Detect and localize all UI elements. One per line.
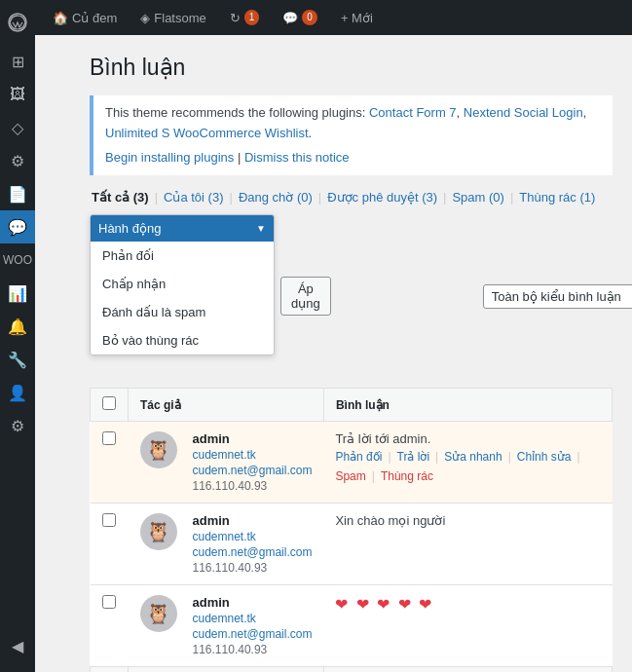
author-ip: 116.110.40.93	[193, 479, 313, 493]
action-quick-edit[interactable]: Sửa nhanh	[444, 450, 502, 464]
th-author: Tác giả	[129, 389, 324, 422]
comment-actions: Phản đối | Trả lời | Sửa nhanh | Chỉnh s…	[335, 450, 600, 483]
tfoot-checkbox	[91, 667, 129, 672]
action-trash[interactable]: Thùng rác	[381, 469, 433, 483]
author-ip: 116.110.40.93	[193, 561, 313, 575]
row-checkbox-cell	[91, 504, 129, 585]
tools-icon[interactable]: 🔧	[0, 343, 35, 376]
analytics-icon[interactable]: 📊	[0, 277, 35, 310]
appearance-icon[interactable]: ◇	[0, 111, 35, 144]
row-checkbox[interactable]	[102, 513, 116, 527]
comments-table: Tác giả Bình luận 🦉 admin cudemnet.tk cu…	[90, 388, 613, 672]
admin-bar: 🏠 Củ đem ◈ Flatsome ↻ 1 💬 0 + Mới	[35, 0, 632, 35]
filter-type-select[interactable]: Toàn bộ kiểu bình luận	[483, 284, 632, 309]
author-site[interactable]: cudemnet.tk	[193, 612, 313, 625]
site-link[interactable]: 🏠 Củ đem	[45, 0, 125, 35]
table-row: 🦉 admin cudemnet.tk cudem.net@gmail.com …	[91, 422, 613, 504]
tfoot-comment: Bình luận	[323, 667, 612, 672]
table-row: 🦉 admin cudemnet.tk cudem.net@gmail.com …	[91, 585, 613, 667]
author-cell: 🦉 admin cudemnet.tk cudem.net@gmail.com …	[129, 585, 324, 667]
author-email: cudem.net@gmail.com	[193, 545, 313, 559]
author-email: cudem.net@gmail.com	[193, 627, 313, 641]
comment-icon: 💬	[282, 11, 298, 25]
dropdown-item-2[interactable]: Đánh dấu là spam	[91, 298, 274, 326]
notifications-icon[interactable]: 🔔	[0, 310, 35, 343]
new-link[interactable]: + Mới	[333, 0, 381, 35]
theme-icon: ◈	[140, 11, 150, 25]
action-reply[interactable]: Trả lời	[397, 450, 430, 464]
woo-icon[interactable]: WOO	[0, 243, 35, 277]
comment-content-cell: Trả lời tới admin. Phản đối | Trả lời | …	[323, 422, 612, 504]
author-ip: 116.110.40.93	[193, 643, 313, 656]
author-info: admin cudemnet.tk cudem.net@gmail.com 11…	[193, 431, 313, 493]
tab-trash[interactable]: Thùng rác (1)	[517, 190, 597, 205]
action-dropdown-menu: Hành động ▼ Phản đối Chấp nhận Đánh dấu …	[90, 214, 275, 355]
filter-tabs: Tất cả (3) | Của tôi (3) | Đang chờ (0) …	[90, 190, 613, 205]
author-site[interactable]: cudemnet.tk	[193, 448, 313, 462]
tab-spam[interactable]: Spam (0)	[450, 190, 505, 205]
notice-link-3[interactable]: Unlimited S WooCommerce Wishlist	[105, 126, 309, 140]
settings-icon[interactable]: ⚙	[0, 409, 35, 442]
tab-pending[interactable]: Đang chờ (0)	[237, 190, 315, 205]
comment-content-cell: ❤ ❤ ❤ ❤ ❤	[323, 585, 612, 667]
comment-text: Xin chào mọi người	[335, 513, 600, 528]
dropdown-item-0[interactable]: Phản đối	[91, 242, 274, 270]
updates-badge: 1	[244, 10, 260, 25]
table-row: 🦉 admin cudemnet.tk cudem.net@gmail.com …	[91, 504, 613, 585]
new-label: + Mới	[341, 11, 373, 25]
toolbar: Hành động ▼ Phản đối Chấp nhận Đánh dấu …	[90, 214, 613, 378]
updates-link[interactable]: ↻ 1	[222, 0, 268, 35]
row-checkbox[interactable]	[102, 431, 116, 445]
page-title: Bình luận	[90, 55, 613, 81]
updates-icon: ↻	[230, 11, 241, 25]
avatar: 🦉	[140, 513, 177, 550]
tab-mine[interactable]: Của tôi (3)	[162, 190, 225, 205]
plugin-notice: This theme recommends the following plug…	[90, 95, 613, 175]
avatar: 🦉	[140, 595, 177, 632]
dismiss-notice-link[interactable]: Dismiss this notice	[244, 150, 350, 165]
user-icon[interactable]: 👤	[0, 376, 35, 409]
main-content: Bình luận This theme recommends the foll…	[70, 35, 632, 672]
plugins-icon[interactable]: ⚙	[0, 144, 35, 177]
author-site[interactable]: cudemnet.tk	[193, 530, 313, 543]
avatar: 🦉	[140, 431, 177, 468]
comments-icon[interactable]: 💬	[0, 210, 35, 243]
install-plugins-link[interactable]: Begin installing plugins	[105, 150, 234, 165]
action-spam[interactable]: Spam	[335, 469, 365, 483]
dropdown-header[interactable]: Hành động ▼	[91, 215, 274, 242]
author-email: cudem.net@gmail.com	[193, 464, 313, 477]
collapse-icon[interactable]: ◀	[0, 629, 35, 662]
row-checkbox[interactable]	[102, 595, 116, 609]
notice-link-1[interactable]: Contact Form 7	[369, 105, 457, 120]
author-name: admin	[193, 595, 313, 610]
tab-all[interactable]: Tất cả (3)	[90, 190, 151, 205]
author-cell: 🦉 admin cudemnet.tk cudem.net@gmail.com …	[129, 504, 324, 585]
comment-text: Trả lời tới admin.	[335, 431, 600, 446]
dropdown-title: Hành động	[98, 221, 161, 236]
pages-icon[interactable]: 📄	[0, 177, 35, 210]
theme-link[interactable]: ◈ Flatsome	[132, 0, 213, 35]
author-info: admin cudemnet.tk cudem.net@gmail.com 11…	[193, 595, 313, 656]
action-edit[interactable]: Chỉnh sửa	[517, 450, 572, 464]
select-all-checkbox[interactable]	[102, 396, 116, 410]
action-disapprove[interactable]: Phản đối	[335, 450, 382, 464]
row-checkbox-cell	[91, 422, 129, 504]
theme-name: Flatsome	[154, 11, 205, 25]
th-comment: Bình luận	[323, 389, 612, 422]
notice-link-2[interactable]: Nextend Social Login	[464, 105, 583, 120]
tab-approved[interactable]: Được phê duyệt (3)	[325, 190, 439, 205]
media-icon[interactable]: 🖼	[0, 78, 35, 111]
dropdown-item-1[interactable]: Chấp nhận	[91, 270, 274, 298]
dropdown-item-3[interactable]: Bỏ vào thùng rác	[91, 326, 274, 355]
hearts-content: ❤ ❤ ❤ ❤ ❤	[335, 595, 600, 614]
action-dropdown-wrapper: Hành động ▼ Phản đối Chấp nhận Đánh dấu …	[90, 214, 275, 378]
th-checkbox	[91, 389, 129, 422]
author-info: admin cudemnet.tk cudem.net@gmail.com 11…	[193, 513, 313, 575]
filter-type-wrapper: Toàn bộ kiểu bình luận ▼	[483, 284, 632, 309]
dashboard-icon[interactable]: ⊞	[0, 45, 35, 78]
author-cell: 🦉 admin cudemnet.tk cudem.net@gmail.com …	[129, 422, 324, 504]
wp-logo-icon[interactable]	[0, 0, 35, 45]
comments-link[interactable]: 💬 0	[275, 0, 325, 35]
apply-button[interactable]: Áp dụng	[280, 277, 331, 316]
notice-text: This theme recommends the following plug…	[105, 105, 365, 120]
